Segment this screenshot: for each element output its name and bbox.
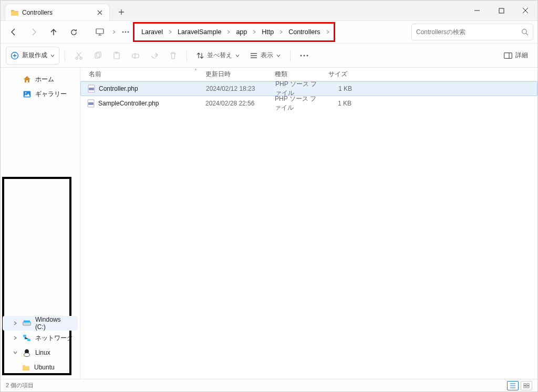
breadcrumb-overflow-button[interactable] [119,24,132,40]
tab-title: Controllers [22,9,53,16]
new-button[interactable]: 新規作成 [6,47,59,65]
sort-icon [196,52,204,59]
chevron-right-icon[interactable] [13,336,18,340]
column-headers: 名前 ˄ 更新日時 種類 サイズ [80,68,537,81]
sort-asc-icon: ˄ [194,68,197,74]
svg-rect-31 [527,384,529,386]
svg-rect-22 [23,335,26,337]
close-window-button[interactable] [513,1,537,20]
details-view-button[interactable] [507,381,519,390]
details-label: 詳細 [515,51,528,60]
linux-icon [23,348,31,357]
navigation-pane: ホーム ギャラリー Windows (C:) ネットワーク [1,68,80,379]
sidebar-label: ギャラリー [35,90,67,99]
svg-point-7 [76,57,78,59]
drive-icon [23,319,31,327]
svg-point-2 [122,31,124,33]
sort-button[interactable]: 並べ替え [192,47,244,65]
svg-point-15 [304,55,305,56]
details-pane-button[interactable]: 詳細 [500,47,532,65]
separator [187,50,187,61]
breadcrumb-item[interactable]: Laravel [137,26,167,38]
minimize-button[interactable] [465,1,489,20]
forward-button[interactable] [25,24,43,40]
sidebar-item-home[interactable]: ホーム [1,72,80,87]
chevron-right-icon[interactable] [278,30,284,34]
refresh-button[interactable] [65,24,82,40]
file-row[interactable]: Controller.php 2024/02/12 18:23 PHP ソース … [80,81,537,96]
up-button[interactable] [45,24,63,40]
breadcrumb: Laravel LaravelSample app Http Controlle… [134,23,334,41]
chevron-right-icon[interactable] [325,30,331,34]
folder-icon [11,8,19,17]
body: ホーム ギャラリー Windows (C:) ネットワーク [1,68,537,379]
view-switcher [507,381,532,390]
more-button[interactable] [296,47,313,65]
maximize-button[interactable] [489,1,513,20]
delete-button[interactable] [165,47,181,65]
sidebar-item-linux[interactable]: Linux [1,345,80,360]
svg-rect-27 [89,88,94,90]
chevron-right-icon[interactable] [225,30,232,34]
gallery-icon [23,90,31,98]
sidebar-label: Ubuntu [34,364,55,371]
rename-button[interactable] [127,47,144,65]
copy-button[interactable] [89,47,106,65]
chevron-right-icon[interactable] [167,30,173,34]
svg-rect-0 [499,8,504,13]
file-row[interactable]: SampleController.php 2024/02/28 22:56 PH… [80,96,537,111]
sidebar-item-ubuntu[interactable]: Ubuntu [1,360,80,375]
chevron-right-icon[interactable] [111,30,117,34]
home-icon [23,75,31,83]
svg-rect-13 [132,54,139,58]
chevron-down-icon [50,54,55,58]
file-size: 1 KB [325,85,360,92]
file-date: 2024/02/28 22:56 [201,100,271,107]
cut-button[interactable] [70,47,87,65]
view-label: 表示 [261,51,273,60]
layout-icon [250,52,257,59]
sidebar-item-windows-c[interactable]: Windows (C:) [3,316,78,331]
chevron-right-icon[interactable] [251,30,257,34]
svg-point-16 [307,55,308,56]
close-tab-button[interactable] [96,8,104,17]
svg-rect-21 [24,321,30,323]
tab-strip: Controllers [1,1,465,20]
svg-rect-32 [524,386,526,388]
separator [290,50,291,61]
search-box[interactable] [411,24,533,40]
search-input[interactable] [416,28,521,36]
chevron-right-icon[interactable] [13,321,18,325]
breadcrumb-item[interactable]: Http [257,26,278,38]
column-name[interactable]: 名前 ˄ [80,70,201,79]
sidebar-item-network[interactable]: ネットワーク [1,331,80,345]
sidebar-label: Windows (C:) [35,316,73,331]
file-type: PHP ソース ファイル [271,94,324,112]
status-bar: 2 個の項目 [1,379,537,391]
svg-point-14 [301,55,302,56]
breadcrumb-item[interactable]: app [232,26,251,38]
breadcrumb-item[interactable]: Controllers [284,26,324,38]
address-bar: Laravel LaravelSample app Http Controlle… [1,20,537,44]
column-type[interactable]: 種類 [271,70,324,79]
new-label: 新規作成 [22,51,47,60]
sidebar-item-gallery[interactable]: ギャラリー [1,87,80,101]
tab-controllers[interactable]: Controllers [5,4,110,20]
share-button[interactable] [146,47,163,65]
new-tab-button[interactable] [113,4,130,20]
svg-point-19 [25,92,26,93]
column-size[interactable]: サイズ [324,70,360,79]
svg-point-5 [522,29,527,34]
icons-view-button[interactable] [521,381,532,390]
breadcrumb-item[interactable]: LaravelSample [173,26,225,38]
this-pc-icon[interactable] [91,24,109,40]
back-button[interactable] [5,24,23,40]
file-name: SampleController.php [98,100,159,107]
paste-button[interactable] [108,47,125,65]
panel-icon [504,52,512,59]
explorer-window: Controllers Laravel [0,0,538,392]
column-date[interactable]: 更新日時 [201,70,271,79]
svg-rect-30 [524,384,526,386]
view-button[interactable]: 表示 [246,47,285,65]
chevron-down-icon[interactable] [13,351,18,355]
